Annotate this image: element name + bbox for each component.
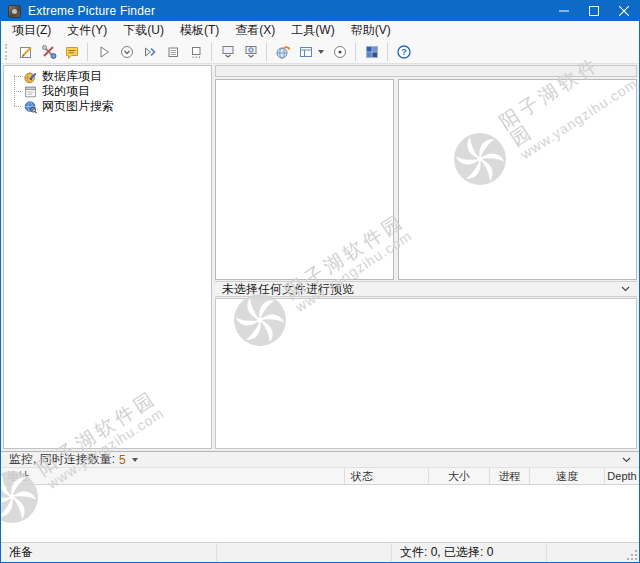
toolbar-grip[interactable] bbox=[5, 44, 10, 60]
menu-download[interactable]: 下载(U) bbox=[115, 20, 172, 41]
comments-button[interactable] bbox=[60, 41, 83, 63]
tree-item-database-projects[interactable]: 数据库项目 bbox=[4, 69, 211, 84]
tree-item-web-image-search[interactable]: 网页图片搜索 bbox=[4, 99, 211, 114]
template-gallery-button[interactable] bbox=[360, 41, 383, 63]
tree-item-label: 网页图片搜索 bbox=[42, 98, 114, 115]
my-projects-icon bbox=[23, 85, 38, 99]
preview-header-bar[interactable]: 未选择任何文件进行预览 bbox=[215, 281, 637, 297]
download-web-button[interactable] bbox=[239, 41, 262, 63]
browser-icon bbox=[275, 44, 291, 60]
window-controls bbox=[549, 1, 639, 21]
tree-item-my-projects[interactable]: 我的项目 bbox=[4, 84, 211, 99]
minimize-icon bbox=[559, 6, 569, 16]
project-properties-button[interactable] bbox=[37, 41, 60, 63]
panels-row bbox=[215, 79, 637, 280]
view-layout-icon bbox=[298, 44, 314, 60]
monitor-collapse-button[interactable] bbox=[622, 457, 631, 463]
project-tree-panel: 数据库项目 我的项目 bbox=[3, 65, 212, 449]
menu-project[interactable]: 项目(Z) bbox=[4, 20, 59, 41]
status-section bbox=[546, 543, 639, 562]
column-header-size[interactable]: 大小 bbox=[429, 468, 490, 484]
download-queue-button[interactable] bbox=[216, 41, 239, 63]
target-button[interactable] bbox=[328, 41, 351, 63]
help-button[interactable]: ? bbox=[392, 41, 415, 63]
menu-help[interactable]: 帮助(V) bbox=[343, 20, 399, 41]
resize-grip[interactable] bbox=[627, 550, 638, 561]
layout-dropdown-caret[interactable] bbox=[318, 50, 324, 54]
continue-download-button[interactable] bbox=[138, 41, 161, 63]
download-queue-icon bbox=[220, 44, 236, 60]
preview-placeholder-text: 未选择任何文件进行预览 bbox=[222, 281, 354, 298]
files-header-strip bbox=[215, 65, 637, 77]
menu-template[interactable]: 模板(T) bbox=[172, 20, 227, 41]
toolbar-separator bbox=[211, 43, 212, 61]
file-info-panel bbox=[398, 79, 637, 280]
window-title: Extreme Picture Finder bbox=[28, 4, 155, 18]
template-gallery-icon bbox=[364, 44, 380, 60]
toolbar-separator bbox=[87, 43, 88, 61]
project-tree: 数据库项目 我的项目 bbox=[4, 69, 211, 114]
column-header-address[interactable]: 地址 bbox=[1, 468, 345, 484]
new-project-button[interactable] bbox=[14, 41, 37, 63]
connections-count[interactable]: 5 bbox=[119, 453, 126, 467]
new-project-icon bbox=[18, 44, 34, 60]
view-layout-button[interactable] bbox=[294, 41, 317, 63]
menubar: 项目(Z) 文件(Y) 下载(U) 模板(T) 查看(X) 工具(W) 帮助(V… bbox=[1, 21, 639, 40]
pause-download-button[interactable] bbox=[115, 41, 138, 63]
toolbar: ? bbox=[1, 40, 639, 64]
close-button[interactable] bbox=[609, 1, 639, 21]
close-icon bbox=[619, 6, 629, 16]
stop-download-button[interactable] bbox=[161, 41, 184, 63]
comments-icon bbox=[64, 44, 80, 60]
column-header-status[interactable]: 状态 bbox=[345, 468, 429, 484]
monitor-bar[interactable]: 监控, 同时连接数量: 5 bbox=[1, 451, 639, 468]
svg-text:?: ? bbox=[401, 47, 407, 57]
thumbnails-panel bbox=[215, 79, 394, 280]
help-icon: ? bbox=[396, 44, 412, 60]
maximize-icon bbox=[589, 6, 599, 16]
menu-view[interactable]: 查看(X) bbox=[227, 20, 283, 41]
stop-download-icon bbox=[165, 44, 181, 60]
continue-download-icon bbox=[142, 44, 158, 60]
toolbar-separator bbox=[355, 43, 356, 61]
pause-download-icon bbox=[119, 44, 135, 60]
download-web-icon bbox=[243, 44, 259, 60]
status-section bbox=[216, 543, 391, 562]
monitor-label: 监控, 同时连接数量: bbox=[9, 451, 115, 468]
start-download-button[interactable] bbox=[92, 41, 115, 63]
connections-dropdown-caret[interactable] bbox=[132, 458, 138, 462]
toolbar-separator bbox=[266, 43, 267, 61]
preview-panel bbox=[215, 298, 637, 449]
maximize-button[interactable] bbox=[579, 1, 609, 21]
titlebar: Extreme Picture Finder bbox=[1, 1, 639, 21]
target-icon bbox=[332, 44, 348, 60]
project-properties-icon bbox=[41, 44, 57, 60]
browser-button[interactable] bbox=[271, 41, 294, 63]
app-window: Extreme Picture Finder 项目(Z) 文件(Y) 下载(U)… bbox=[0, 0, 640, 563]
stop-all-button[interactable] bbox=[184, 41, 207, 63]
column-header-speed[interactable]: 速度 bbox=[530, 468, 605, 484]
chevron-down-icon bbox=[621, 286, 630, 292]
app-icon bbox=[8, 5, 21, 18]
status-ready-text: 准备 bbox=[1, 543, 216, 562]
status-files-info: 文件: 0, 已选择: 0 bbox=[391, 543, 546, 562]
download-table-header: 地址 状态 大小 进程 速度 Depth bbox=[1, 468, 639, 485]
column-header-progress[interactable]: 进程 bbox=[490, 468, 530, 484]
column-header-depth[interactable]: Depth bbox=[605, 468, 639, 484]
main-region: 数据库项目 我的项目 bbox=[1, 64, 639, 451]
content-area: 未选择任何文件进行预览 bbox=[215, 65, 637, 449]
database-projects-icon bbox=[23, 70, 38, 84]
web-image-search-icon bbox=[23, 100, 38, 114]
chevron-down-icon bbox=[622, 457, 631, 463]
download-table-body bbox=[1, 485, 639, 542]
menu-tools[interactable]: 工具(W) bbox=[283, 20, 342, 41]
toolbar-separator bbox=[387, 43, 388, 61]
menu-file[interactable]: 文件(Y) bbox=[59, 20, 115, 41]
preview-collapse-button[interactable] bbox=[621, 286, 630, 292]
start-download-icon bbox=[96, 44, 112, 60]
minimize-button[interactable] bbox=[549, 1, 579, 21]
statusbar: 准备 文件: 0, 已选择: 0 bbox=[1, 542, 639, 562]
stop-all-icon bbox=[188, 44, 204, 60]
